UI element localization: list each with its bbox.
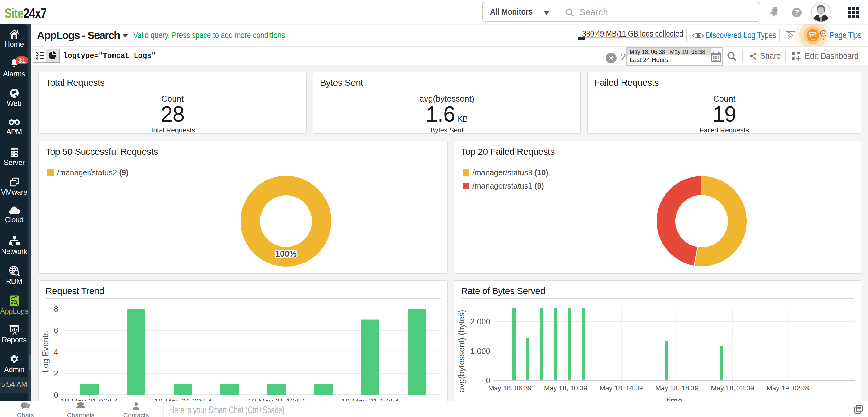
svg-text:2,000: 2,000	[470, 317, 490, 326]
svg-text:1,000: 1,000	[470, 346, 490, 356]
svg-text:2: 2	[54, 369, 58, 378]
svg-text:May 18, 22:39: May 18, 22:39	[711, 384, 754, 392]
svg-text:0: 0	[54, 390, 58, 399]
svg-text:4: 4	[54, 347, 58, 357]
svg-text:8: 8	[54, 304, 58, 314]
svg-text:6: 6	[54, 326, 58, 335]
svg-text:avg(bytessent) (bytes): avg(bytessent) (bytes)	[457, 310, 466, 392]
svg-text:May 18, 14:39: May 18, 14:39	[599, 384, 643, 392]
svg-text:May 18, 10:39: May 18, 10:39	[544, 384, 587, 392]
svg-text:Log Events: Log Events	[41, 331, 50, 373]
svg-text:May 19, 02:39: May 19, 02:39	[767, 384, 810, 392]
svg-text:0: 0	[486, 376, 490, 385]
svg-text:May 18, 18:39: May 18, 18:39	[655, 384, 699, 392]
svg-text:May 18, 06:39: May 18, 06:39	[488, 384, 531, 392]
svg-text:100%: 100%	[275, 249, 297, 258]
